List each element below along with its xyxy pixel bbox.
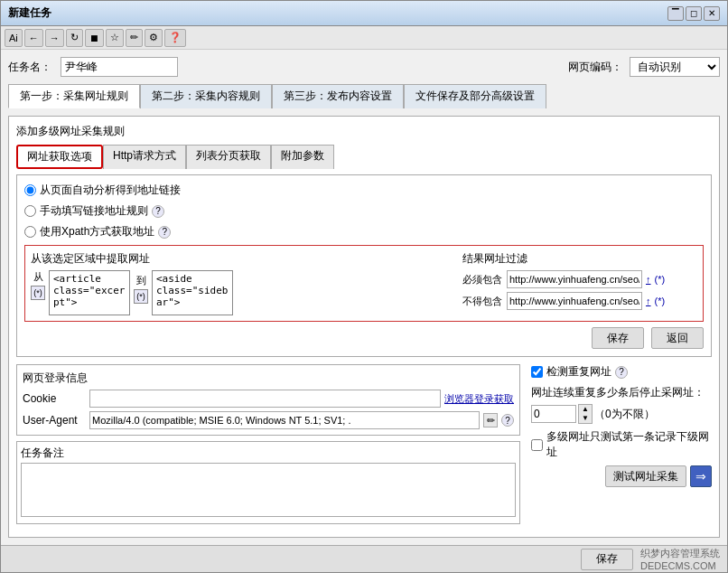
must-include-label: 必须包含: [462, 273, 503, 286]
filter-title: 结果网址过滤: [462, 251, 697, 267]
toolbar-back-button[interactable]: ←: [24, 29, 43, 47]
inner-tab-url-options[interactable]: 网址获取选项: [16, 145, 103, 169]
to-text: 到: [136, 274, 146, 287]
task-name-input[interactable]: [61, 57, 178, 77]
toolbar-stop-button[interactable]: ⏹: [85, 29, 104, 47]
repeat-stop-label: 网址连续重复多少条后停止采网址：: [531, 385, 712, 400]
cookie-input[interactable]: [89, 390, 441, 408]
login-section: 网页登录信息 Cookie 浏览器登录获取 User-Agent ✏ ?: [16, 364, 520, 436]
memo-section: 任务备注: [16, 441, 520, 524]
to-asterisk[interactable]: (*): [134, 289, 148, 304]
spinner-up[interactable]: ▲: [579, 405, 592, 414]
toolbar: Ai ← → ↻ ⏹ ☆ ✏ ⚙ ❓: [1, 26, 727, 50]
window-title: 新建任务: [8, 5, 51, 21]
from-asterisk[interactable]: (*): [31, 286, 45, 300]
bottom-bar-right: 保存 织梦内容管理系统 DEDECMS.COM: [581, 547, 720, 571]
browser-login-link[interactable]: 浏览器登录获取: [444, 392, 514, 406]
toolbar-settings-button[interactable]: ⚙: [145, 29, 163, 47]
check-duplicate-label: 检测重复网址: [546, 364, 611, 380]
useragent-row: User-Agent ✏ ?: [23, 411, 514, 429]
must-not-include-input[interactable]: [507, 292, 642, 310]
check-duplicate-checkbox[interactable]: [531, 366, 543, 378]
login-title: 网页登录信息: [23, 371, 514, 386]
must-include-input[interactable]: [507, 270, 642, 288]
arrow-right-button[interactable]: ⇒: [690, 465, 712, 487]
toolbar-star-button[interactable]: ☆: [106, 29, 124, 47]
extract-title: 从该选定区域中提取网址: [31, 251, 453, 267]
inner-tabs: 网址获取选项 Http请求方式 列表分页获取 附加参数: [16, 145, 712, 169]
extract-section: 从该选定区域中提取网址 从 (*) <article class="excerp…: [24, 245, 704, 322]
main-window: 新建任务 ▔ ◻ ✕ Ai ← → ↻ ⏹ ☆ ✏ ⚙ ❓ 任务名： 网页编码：…: [0, 0, 728, 573]
useragent-help-icon[interactable]: ?: [501, 414, 514, 427]
bottom-left: 网页登录信息 Cookie 浏览器登录获取 User-Agent ✏ ?: [16, 364, 520, 524]
toolbar-edit-button[interactable]: ✏: [126, 29, 143, 47]
repeat-spinner[interactable]: ▲ ▼: [578, 404, 593, 424]
multilevel-label: 多级网址只测试第一条记录下级网址: [546, 429, 712, 460]
radio-row-2: 手动填写链接地址规则 ?: [24, 203, 704, 219]
logo-text: 织梦内容管理系统 DEDECMS.COM: [640, 547, 720, 571]
radio-row-1: 从页面自动分析得到地址链接: [24, 183, 704, 198]
content-area: 任务名： 网页编码： 自动识别 UTF-8 GBK 第一步：采集网址规则 第二步…: [1, 50, 727, 545]
help-icon-manual[interactable]: ?: [152, 205, 164, 218]
help-icon-xpath[interactable]: ?: [158, 226, 171, 239]
logo-cms: 织梦内容管理系统: [640, 548, 720, 559]
spinner-down[interactable]: ▼: [579, 414, 592, 423]
form-header-row: 任务名： 网页编码： 自动识别 UTF-8 GBK: [8, 57, 720, 77]
bottom-bar: 保存 织梦内容管理系统 DEDECMS.COM: [1, 545, 727, 572]
tab-step1[interactable]: 第一步：采集网址规则: [8, 84, 140, 108]
tab-step2[interactable]: 第二步：采集内容规则: [140, 84, 272, 108]
duplicate-help-icon[interactable]: ?: [615, 366, 628, 379]
toolbar-refresh-button[interactable]: ↻: [66, 29, 83, 47]
must-include-link[interactable]: ↑: [646, 274, 651, 285]
back-button[interactable]: 返回: [651, 327, 704, 349]
title-bar-left: 新建任务: [8, 5, 51, 21]
bottom-right: 检测重复网址 ? 网址连续重复多少条后停止采网址： ▲ ▼ （0为不限）: [531, 364, 712, 524]
must-not-include-label: 不得包含: [462, 295, 503, 308]
multilevel-checkbox[interactable]: [531, 439, 543, 451]
inner-tab-params[interactable]: 附加参数: [271, 145, 334, 169]
useragent-input[interactable]: [89, 411, 480, 429]
radio-auto-analyze[interactable]: [24, 184, 36, 196]
radio-auto-analyze-label: 从页面自动分析得到地址链接: [40, 183, 181, 198]
minimize-button[interactable]: ▔: [667, 6, 684, 21]
must-not-include-link[interactable]: ↑: [646, 296, 651, 306]
section-title: 添加多级网址采集规则: [16, 124, 712, 139]
radio-manual-fill[interactable]: [24, 205, 36, 217]
inner-tab-page[interactable]: 列表分页获取: [186, 145, 271, 169]
repeat-stop-row: 网址连续重复多少条后停止采网址： ▲ ▼ （0为不限）: [531, 385, 712, 424]
bottom-section: 网页登录信息 Cookie 浏览器登录获取 User-Agent ✏ ?: [16, 364, 712, 524]
useragent-edit-icon[interactable]: ✏: [483, 413, 498, 427]
inner-tab-content: 从页面自动分析得到地址链接 手动填写链接地址规则 ? 使用Xpath方式获取地址…: [16, 174, 712, 357]
test-url-button[interactable]: 测试网址采集: [605, 465, 686, 487]
must-include-row: 必须包含 ↑ (*): [462, 270, 697, 288]
must-include-asterisk[interactable]: (*): [655, 274, 666, 285]
from-text: 从: [33, 270, 43, 284]
encoding-select[interactable]: 自动识别 UTF-8 GBK: [630, 57, 720, 77]
cookie-label: Cookie: [23, 392, 86, 405]
radio-row-3: 使用Xpath方式获取地址 ?: [24, 224, 704, 240]
toolbar-help-button[interactable]: ❓: [164, 29, 186, 47]
close-button[interactable]: ✕: [704, 6, 720, 21]
to-box[interactable]: <aside class="sidebar">: [152, 270, 233, 315]
tab-step4[interactable]: 文件保存及部分高级设置: [404, 84, 546, 108]
btn-row: 保存 返回: [24, 327, 704, 349]
from-to-row: 从 (*) <article class="excerpt"> 到 (*) <a…: [31, 270, 453, 315]
save-button[interactable]: 保存: [592, 327, 644, 349]
restore-button[interactable]: ◻: [686, 6, 702, 21]
from-box[interactable]: <article class="excerpt">: [49, 270, 130, 315]
repeat-stop-input[interactable]: [531, 405, 576, 423]
encoding-label: 网页编码：: [568, 60, 622, 75]
main-tabs: 第一步：采集网址规则 第二步：采集内容规则 第三步：发布内容设置 文件保存及部分…: [8, 84, 720, 108]
radio-xpath-label: 使用Xpath方式获取地址: [40, 224, 154, 240]
memo-textarea[interactable]: [21, 463, 516, 517]
radio-xpath[interactable]: [24, 226, 36, 238]
toolbar-forward-button[interactable]: →: [45, 29, 64, 47]
tab-step3[interactable]: 第三步：发布内容设置: [272, 84, 404, 108]
bottom-save-button[interactable]: 保存: [581, 549, 633, 570]
must-not-include-asterisk[interactable]: (*): [655, 296, 666, 306]
toolbar-ai-button[interactable]: Ai: [5, 29, 23, 47]
tab-content-step1: 添加多级网址采集规则 网址获取选项 Http请求方式 列表分页获取 附加参数 从…: [8, 116, 720, 538]
useragent-label: User-Agent: [23, 414, 86, 427]
multilevel-check-row: 多级网址只测试第一条记录下级网址: [531, 429, 712, 460]
inner-tab-http[interactable]: Http请求方式: [103, 145, 186, 169]
